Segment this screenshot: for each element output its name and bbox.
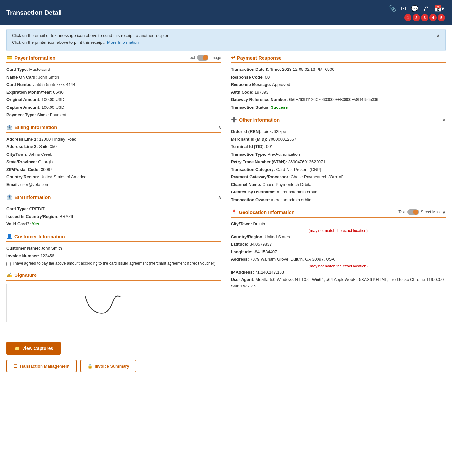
payer-section: 💳 Payer Information Text Image Card Type… (6, 55, 221, 118)
signature-section: ✍ Signature (6, 272, 221, 322)
geo-warning-1: (may not match the exact location) (231, 229, 446, 233)
badge-2: 2 (413, 14, 420, 21)
geolocation-fields: City/Town: Duluth (may not match the exa… (231, 221, 446, 289)
bottom-section: 📁 View Captures ☰ Transaction Management… (0, 335, 452, 379)
page-title: Transaction Detail (6, 9, 62, 16)
payer-card-type: Card Type: Mastercard (6, 66, 221, 73)
customer-icon: 👤 (6, 234, 13, 239)
view-captures-button[interactable]: 📁 View Captures (6, 342, 61, 355)
pr-gateway-ref: Gateway Reference Number: 656F763D1126C7… (231, 97, 446, 103)
payer-original-amount: Original Amount: 100.00 USD (6, 97, 221, 103)
payment-response-title: ↩ Payment Response (231, 55, 281, 61)
billing-fields: Address Line 1: 12000 Findley Road Addre… (6, 136, 221, 188)
billing-addr1: Address Line 1: 12000 Findley Road (6, 136, 221, 143)
geo-city: City/Town: Duluth (231, 221, 446, 227)
payer-name: Name On Card: John Smtih (6, 74, 221, 80)
customer-name: Customer Name: John Smith (6, 245, 221, 252)
billing-collapse-icon[interactable]: ∧ (218, 125, 221, 130)
customer-invoice: Invoice Number: 123456 (6, 253, 221, 259)
calendar-icon[interactable]: 📅▾ (433, 4, 446, 14)
invoice-summary-button[interactable]: 🔒 Invoice Summary (80, 360, 136, 372)
pr-status: Transaction Status: Success (231, 104, 446, 111)
sms-icon[interactable]: 💬 (410, 4, 420, 14)
other-info-section: ➕ Other Information ∧ Order Id (RRN): to… (231, 117, 446, 203)
bin-country: Issued In Country/Region: BRAZIL (6, 213, 221, 220)
billing-email: Email: user@vela.com (6, 182, 221, 188)
customer-title: 👤 Customer Information (6, 234, 65, 239)
payer-capture-amount: Capture Amount: 100.00 USD (6, 104, 221, 111)
oi-terminal-id: Terminal Id (TID): 001 (231, 144, 446, 150)
geo-ip: IP Address: 71.140.147.103 (231, 269, 446, 275)
badge-3: 3 (421, 14, 428, 21)
main-content: 💳 Payer Information Text Image Card Type… (0, 55, 452, 335)
geolocation-icon: 📍 (231, 209, 237, 215)
view-captures-icon: 📁 (14, 346, 20, 351)
oi-stan: Retry Trace Number (STAN): 3690476913622… (231, 159, 446, 165)
agreement-label: I have agreed to pay the above amount ac… (13, 261, 217, 266)
geo-warning-2: (may not match the exact location) (231, 264, 446, 268)
payer-expiry: Expiration Month/Year: 06/30 (6, 89, 221, 96)
payer-fields: Card Type: Mastercard Name On Card: John… (6, 66, 221, 118)
other-info-title: ➕ Other Information (231, 117, 280, 123)
paperclip-icon[interactable]: 📎 (388, 4, 397, 14)
bin-fields: Card Type: CREDIT Issued In Country/Regi… (6, 206, 221, 227)
billing-state: State/Province: Georgia (6, 159, 221, 165)
geo-toggle-switch[interactable] (407, 209, 419, 215)
payment-response-icon: ↩ (231, 55, 235, 61)
geolocation-title: 📍 Geolocation Information (231, 209, 295, 215)
signature-svg (7, 284, 221, 322)
oi-gateway: Payment Gateway/Processor: Chase Payment… (231, 174, 446, 180)
email-icon[interactable]: ✉ (400, 4, 407, 14)
badge-row: 1 2 3 4 5 (404, 14, 446, 21)
payment-response-section: ↩ Payment Response Transaction Date & Ti… (231, 55, 446, 110)
geo-toggle[interactable]: Text Street Map (398, 209, 440, 215)
print-icon[interactable]: 🖨 (422, 4, 430, 14)
transaction-management-button[interactable]: ☰ Transaction Management (6, 360, 77, 372)
pr-response-msg: Response Message: Approved (231, 81, 446, 88)
signature-title: ✍ Signature (6, 272, 37, 278)
oi-merchant-id: Merchant Id (MID): 700000012567 (231, 136, 446, 143)
pr-auth-code: Auth Code: 197393 (231, 89, 446, 96)
bin-header: 🏦 BIN Information ∧ (6, 194, 221, 202)
badge-4: 4 (429, 14, 437, 21)
payer-toggle-switch[interactable] (197, 55, 208, 61)
agreement-checkbox[interactable] (6, 262, 11, 266)
left-column: 💳 Payer Information Text Image Card Type… (6, 55, 228, 329)
bin-card-type: Card Type: CREDIT (6, 206, 221, 212)
bin-valid: Valid Card?: Yes (6, 221, 221, 227)
geo-toggle-map-label: Street Map (421, 210, 440, 214)
payment-response-fields: Transaction Date & Time: 2023-12-05 02:1… (231, 66, 446, 110)
invoice-summary-icon: 🔒 (88, 364, 93, 369)
geo-user-agent: User Agent: Mozilla 5.0 Windows NT 10.0;… (231, 276, 446, 289)
geo-country: Country/Region: United States (231, 234, 446, 240)
other-info-collapse-icon[interactable]: ∧ (442, 117, 446, 122)
geo-lon: Longitude: -84.1534407 (231, 249, 446, 255)
payer-header: 💳 Payer Information Text Image (6, 55, 221, 63)
billing-section: 🏦 Billing Information ∧ Address Line 1: … (6, 125, 221, 188)
geo-lat: Latitude: 34.0579837 (231, 241, 446, 247)
bin-title: 🏦 BIN Information (6, 194, 51, 200)
transaction-mgmt-icon: ☰ (14, 364, 17, 369)
customer-header: 👤 Customer Information (6, 234, 221, 242)
geolocation-section: 📍 Geolocation Information Text Street Ma… (231, 209, 446, 289)
geo-toggle-group: Text Street Map ∧ (398, 209, 446, 215)
signature-icon: ✍ (6, 272, 13, 278)
customer-fields: Customer Name: John Smith Invoice Number… (6, 245, 221, 266)
oi-owner: Transaction Owner: merchantadmin.orbital (231, 197, 446, 203)
banner-collapse-icon[interactable]: ∧ (436, 33, 440, 39)
bin-collapse-icon[interactable]: ∧ (218, 194, 221, 200)
billing-zip: ZIP/Postal Code: 30097 (6, 166, 221, 173)
geo-toggle-text-label: Text (398, 210, 405, 214)
other-info-fields: Order Id (RRN): toiekv62fxpe Merchant Id… (231, 128, 446, 203)
customer-agreement-row: I have agreed to pay the above amount ac… (6, 261, 221, 266)
payment-response-header: ↩ Payment Response (231, 55, 446, 63)
geo-collapse-icon[interactable]: ∧ (442, 210, 446, 215)
more-info-link[interactable]: More Information (107, 40, 139, 45)
oi-created-by: Created By Username: merchantadmin.orbit… (231, 189, 446, 195)
payer-toggle[interactable]: Text Image (188, 55, 221, 61)
payer-icon: 💳 (6, 55, 13, 61)
header-icons: 📎 ✉ 💬 🖨 📅▾ (388, 4, 446, 14)
geo-address: Address: 7079 Walham Grove, Duluth, GA 3… (231, 256, 446, 263)
other-info-icon: ➕ (231, 117, 237, 123)
billing-header: 🏦 Billing Information ∧ (6, 125, 221, 133)
